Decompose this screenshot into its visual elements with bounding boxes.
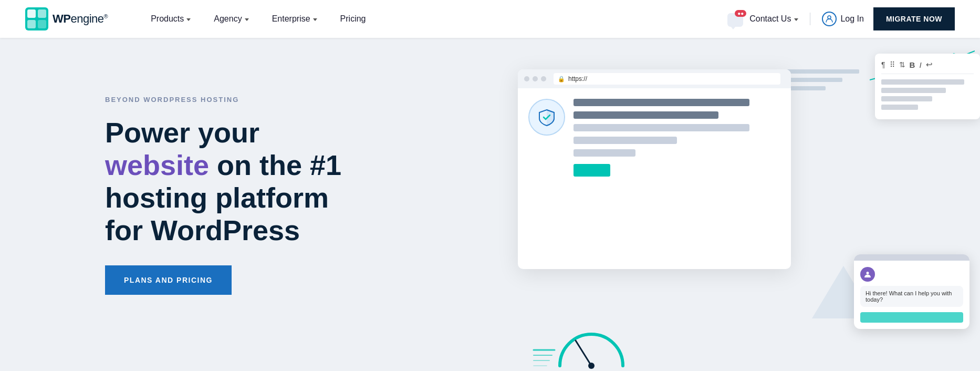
speed-gauge: [528, 308, 633, 371]
hero-illustration: 🔒 https://: [476, 38, 980, 371]
content-bar: [574, 124, 749, 131]
logo-engine-text: engine®: [70, 12, 108, 26]
chevron-down-icon: [186, 18, 191, 21]
user-icon: [822, 12, 837, 26]
bold-icon: B: [910, 60, 915, 69]
editor-panel: ¶ ⠿ ⇅ B I ↩: [875, 54, 980, 119]
nav-item-pricing[interactable]: Pricing: [329, 0, 378, 38]
cta-bar: [574, 164, 610, 177]
chat-widget-body: Hi there! What can I help you with today…: [854, 261, 969, 329]
arrows-icon: ⇅: [899, 60, 905, 69]
shield-icon: [528, 99, 565, 136]
svg-line-11: [576, 341, 591, 366]
browser-topbar: 🔒 https://: [518, 69, 791, 88]
svg-rect-1: [27, 9, 36, 18]
content-bar: [574, 111, 718, 119]
svg-point-12: [588, 363, 595, 369]
chevron-down-icon: [313, 18, 317, 21]
browser-urlbar: 🔒 https://: [554, 73, 780, 85]
link-icon: ↩: [926, 60, 933, 69]
svg-rect-3: [27, 20, 36, 28]
svg-point-6: [867, 272, 869, 274]
navbar: WP engine® Products Agency Enterprise Pr…: [0, 0, 980, 38]
editor-toolbar: ¶ ⠿ ⇅ B I ↩: [881, 60, 974, 74]
browser-dot-2: [533, 76, 538, 81]
nav-right: ●● Contact Us Log In MIGRATE NOW: [727, 7, 955, 30]
chat-avatar: [860, 267, 875, 282]
hero-headline: Power your website on the #1 hosting pla…: [105, 116, 357, 246]
migrate-now-button[interactable]: MIGRATE NOW: [873, 7, 955, 30]
chevron-down-icon: [245, 18, 249, 21]
logo-wp-text: WP: [53, 12, 70, 26]
svg-rect-2: [38, 9, 46, 18]
browser-dot-3: [541, 76, 546, 81]
svg-point-5: [828, 16, 831, 19]
content-bar: [574, 99, 749, 106]
content-bar: [574, 149, 635, 157]
lock-icon: 🔒: [558, 76, 565, 83]
browser-dot-1: [524, 76, 529, 81]
nav-links: Products Agency Enterprise Pricing: [139, 0, 727, 38]
chat-badge: ●●: [735, 10, 746, 17]
contact-us-button[interactable]: ●● Contact Us: [727, 11, 798, 27]
nav-separator: [810, 13, 810, 25]
chat-icon: ●●: [727, 11, 746, 27]
editor-bar: [881, 79, 964, 85]
chat-widget-header: [854, 254, 969, 261]
grid-icon: ⠿: [890, 60, 895, 69]
hero-content: BEYOND WORDPRESS HOSTING Power your webs…: [0, 38, 357, 295]
plans-and-pricing-button[interactable]: PLANS AND PRICING: [105, 265, 232, 295]
editor-bar: [881, 88, 946, 93]
italic-icon: I: [919, 60, 921, 69]
paragraph-icon: ¶: [881, 60, 885, 69]
nav-item-products[interactable]: Products: [139, 0, 202, 38]
svg-rect-4: [38, 20, 46, 28]
chat-reply-bar: [860, 312, 963, 323]
nav-item-agency[interactable]: Agency: [202, 0, 260, 38]
nav-item-enterprise[interactable]: Enterprise: [260, 0, 329, 38]
browser-body: [518, 88, 791, 187]
browser-mockup: 🔒 https://: [518, 69, 791, 269]
wp-engine-logo-icon: [25, 7, 48, 30]
hero-section: BEYOND WORDPRESS HOSTING Power your webs…: [0, 38, 980, 371]
chevron-down-icon: [794, 18, 798, 21]
hero-eyebrow: BEYOND WORDPRESS HOSTING: [105, 96, 357, 104]
chat-widget: Hi there! What can I help you with today…: [854, 254, 969, 329]
logo[interactable]: WP engine®: [25, 7, 108, 30]
chat-message: Hi there! What can I help you with today…: [860, 286, 963, 307]
content-bar: [574, 137, 677, 144]
login-button[interactable]: Log In: [822, 12, 863, 26]
editor-bar: [881, 96, 932, 101]
editor-bar: [881, 105, 918, 110]
